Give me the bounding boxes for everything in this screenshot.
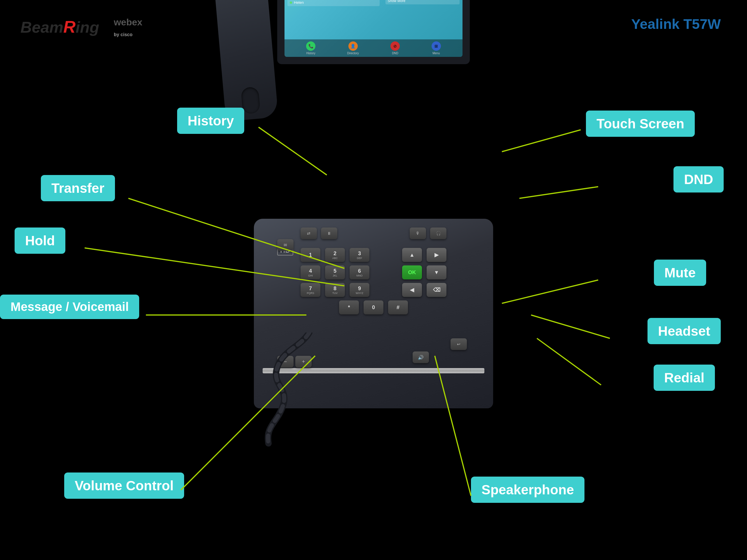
svg-line-8 [537, 338, 601, 385]
menu-label: Menu [433, 52, 440, 55]
transfer-label-box: Transfer [41, 175, 115, 201]
dnd-label-box: DND [673, 166, 724, 192]
hold-label-box: Hold [15, 228, 66, 254]
logo-area: BeamRing webexby cisco [20, 15, 143, 38]
svg-line-7 [531, 315, 610, 338]
history-label-box: History [177, 108, 244, 134]
redial-label-box: Redial [654, 365, 715, 391]
voicemail-label-box: Message / Voicemail [0, 295, 139, 319]
svg-line-2 [519, 187, 598, 198]
screen-contact-6: Helen [287, 0, 380, 6]
touch-screen-label-box: Touch Screen [586, 110, 695, 137]
nav-down[interactable]: ▼ [427, 265, 446, 279]
keypad-row-1: 1 2ABC 3DEF ▲ ▶ [272, 248, 475, 262]
webex-logo: webexby cisco [114, 17, 143, 38]
mute-button[interactable]: 🎙 [410, 228, 426, 239]
handset [212, 0, 278, 122]
phone-container: Brooke Yealink 10:35 Fri Jan 25 Brooke H… [242, 58, 505, 466]
key-2[interactable]: 2ABC [325, 248, 345, 262]
speakerphone-button[interactable]: 🔊 [413, 351, 429, 363]
key-4[interactable]: 4GHI [301, 265, 320, 279]
key-back[interactable]: ◀ [402, 283, 422, 297]
screen-display: Brooke Yealink 10:35 Fri Jan 25 Brooke H… [284, 0, 463, 57]
key-star[interactable]: * [339, 300, 359, 314]
dnd-icon: ⊘ [390, 42, 400, 51]
key-7[interactable]: 7PQRS [301, 283, 320, 297]
keypad: 1 2ABC 3DEF ▲ ▶ 4GHI 5JKL 6MNO OK ▼ 7PQR… [272, 248, 475, 318]
menu-icon: ⊞ [432, 42, 441, 51]
screen-right-6: Show More [385, 0, 460, 4]
handset-cord [260, 332, 362, 449]
function-buttons: ⇄ ⏸ 🎙 🎧 [301, 228, 446, 239]
redial-button[interactable]: ↩ [450, 338, 467, 350]
headset-button[interactable]: 🎧 [430, 228, 446, 239]
beamring-logo: BeamRing [20, 17, 99, 36]
keypad-row-3: 7PQRS 8TUV 9WXYZ ◀ ⌫ [272, 283, 475, 297]
key-0[interactable]: 0 [364, 300, 383, 314]
volume-control-label-box: Volume Control [64, 473, 184, 499]
directory-icon: 👤 [349, 42, 358, 51]
key-6[interactable]: 6MNO [350, 265, 369, 279]
key-del[interactable]: ⌫ [427, 283, 446, 297]
key-3[interactable]: 3DEF [350, 248, 369, 262]
mute-label-box: Mute [654, 260, 706, 286]
svg-line-1 [502, 130, 581, 152]
transfer-button[interactable]: ⇄ [301, 228, 317, 239]
svg-line-6 [502, 280, 598, 303]
nav-up[interactable]: ▲ [402, 248, 422, 262]
screen-btn-dnd[interactable]: ⊘ DND [390, 42, 400, 55]
screen-btn-menu[interactable]: ⊞ Menu [432, 42, 441, 55]
nav-right[interactable]: ▶ [427, 248, 446, 262]
history-icon: 📞 [306, 42, 315, 51]
dnd-label: DND [392, 52, 398, 55]
headset-label-box: Headset [647, 318, 721, 344]
keypad-row-2: 4GHI 5JKL 6MNO OK ▼ [272, 265, 475, 279]
key-hash[interactable]: # [388, 300, 408, 314]
keypad-row-4: * 0 # [272, 300, 475, 314]
model-title: Yealink T57W [631, 16, 721, 32]
key-9[interactable]: 9WXYZ [350, 283, 369, 297]
screen-bottom-bar: 📞 History 👤 Directory ⊘ DND ⊞ Menu [284, 39, 463, 57]
history-label: History [306, 52, 315, 55]
phone-screen: Brooke Yealink 10:35 Fri Jan 25 Brooke H… [277, 0, 470, 64]
speakerphone-label-box: Speakerphone [471, 477, 585, 503]
hold-button[interactable]: ⏸ [321, 228, 337, 239]
key-1[interactable]: 1 [301, 248, 320, 262]
key-8[interactable]: 8TUV [325, 283, 345, 297]
directory-label: Directory [347, 52, 359, 55]
key-5[interactable]: 5JKL [325, 265, 345, 279]
nav-ok[interactable]: OK [402, 265, 422, 279]
screen-btn-directory[interactable]: 👤 Directory [347, 42, 359, 55]
screen-btn-history[interactable]: 📞 History [306, 42, 315, 55]
